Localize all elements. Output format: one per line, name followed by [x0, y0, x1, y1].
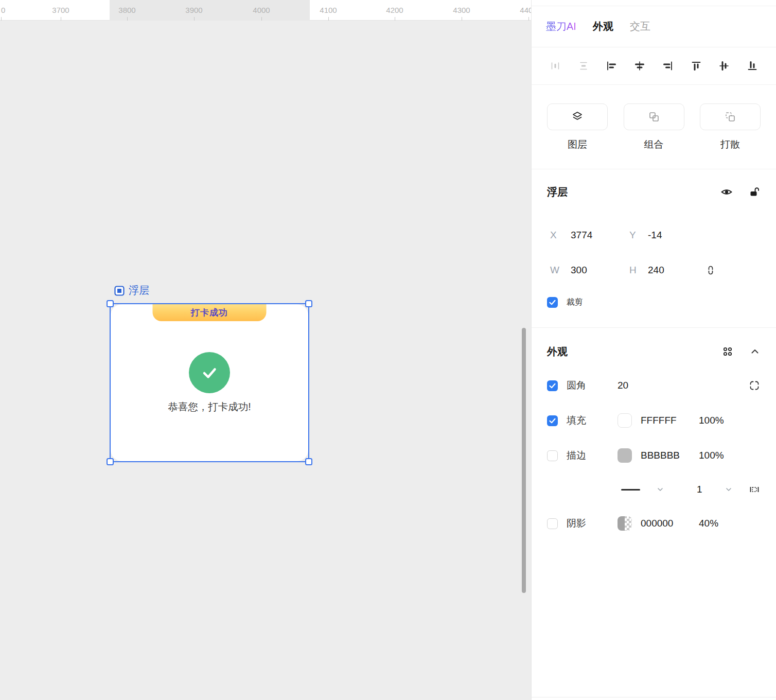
- style-grid-icon[interactable]: [721, 345, 734, 358]
- layer-title: 浮层: [547, 185, 720, 199]
- align-right-icon[interactable]: [661, 59, 675, 73]
- stroke-color-swatch[interactable]: [618, 448, 632, 463]
- fill-checkbox[interactable]: [547, 415, 558, 426]
- h-label: H: [629, 265, 648, 276]
- shadow-row: 阴影 000000 40%: [547, 506, 761, 541]
- unlock-icon[interactable]: [748, 186, 761, 198]
- h-value-field[interactable]: 240: [648, 265, 690, 276]
- fill-hex-field[interactable]: FFFFFF: [641, 415, 699, 426]
- w-label: W: [550, 265, 571, 276]
- canvas-area[interactable]: 037003800390040004100420043004400 浮层 打卡成…: [0, 0, 531, 700]
- ungroup-icon: [724, 110, 737, 124]
- radius-checkbox[interactable]: [547, 380, 558, 391]
- align-left-icon[interactable]: [605, 59, 618, 73]
- resize-handle-bottom-right[interactable]: [305, 458, 312, 465]
- align-bottom-icon[interactable]: [746, 59, 759, 73]
- fill-opacity-field[interactable]: 100%: [699, 415, 724, 426]
- shadow-label: 阴影: [567, 517, 618, 530]
- ungroup-button-label: 打散: [700, 138, 761, 151]
- layers-button[interactable]: 图层: [547, 103, 608, 151]
- stroke-hex-field[interactable]: BBBBBB: [641, 450, 699, 461]
- resize-handle-top-left[interactable]: [107, 300, 114, 307]
- selection-label[interactable]: 浮层: [114, 284, 149, 297]
- shadow-checkbox[interactable]: [547, 518, 558, 529]
- y-value-field[interactable]: -14: [648, 230, 690, 241]
- radius-row: 圆角 20: [547, 368, 761, 403]
- stroke-style-row: 1: [547, 473, 761, 506]
- x-value-field[interactable]: 3774: [571, 230, 629, 241]
- selection-box[interactable]: [110, 303, 309, 462]
- group-button[interactable]: 组合: [624, 103, 684, 151]
- clip-row: 裁剪: [547, 288, 761, 317]
- stroke-label: 描边: [567, 449, 618, 462]
- fill-color-swatch[interactable]: [618, 413, 632, 428]
- position-row: X 3774 Y -14: [547, 218, 761, 253]
- tab-appearance[interactable]: 外观: [593, 20, 613, 33]
- align-horizontal-center-icon[interactable]: [633, 59, 646, 73]
- fill-label: 填充: [567, 414, 618, 427]
- layer-section: 浮层 X 3774 Y -14 W 300 H 240: [532, 169, 776, 328]
- panel-tabbar: 墨刀AI 外观 交互: [532, 6, 776, 47]
- panel-top-strip: [532, 0, 776, 6]
- shadow-color-swatch[interactable]: [618, 516, 632, 531]
- group-button-label: 组合: [624, 138, 684, 151]
- resize-handle-bottom-left[interactable]: [107, 458, 114, 465]
- alignment-toolbar: [532, 47, 776, 85]
- right-panel: 墨刀AI 外观 交互: [531, 0, 776, 700]
- stroke-row: 描边 BBBBBB 100%: [547, 438, 761, 473]
- radius-label: 圆角: [567, 379, 618, 392]
- appearance-section: 外观 圆角 20 填充: [532, 328, 776, 541]
- stroke-width-field[interactable]: 1: [697, 484, 703, 495]
- shadow-opacity-field[interactable]: 40%: [699, 518, 718, 529]
- selection-label-text: 浮层: [129, 284, 149, 297]
- radius-value-field[interactable]: 20: [618, 380, 699, 391]
- line-style-preview[interactable]: [621, 489, 640, 491]
- shadow-hex-field[interactable]: 000000: [641, 518, 699, 529]
- size-row: W 300 H 240: [547, 253, 761, 288]
- fill-row: 填充 FFFFFF 100%: [547, 403, 761, 438]
- align-vertical-center-icon[interactable]: [717, 59, 731, 73]
- component-icon: [114, 286, 125, 296]
- tab-modao-ai[interactable]: 墨刀AI: [546, 20, 576, 33]
- ruler-selection-highlight: [110, 0, 310, 21]
- y-label: Y: [629, 230, 648, 241]
- group-buttons-section: 图层 组合 打散: [532, 85, 776, 169]
- x-label: X: [550, 230, 571, 241]
- canvas-vertical-scrollbar[interactable]: [522, 328, 526, 593]
- layers-button-label: 图层: [547, 138, 608, 151]
- stroke-width-chevron-down-icon[interactable]: [725, 485, 733, 494]
- clip-label: 裁剪: [567, 297, 618, 308]
- line-style-chevron-down-icon[interactable]: [656, 485, 664, 494]
- stroke-checkbox[interactable]: [547, 450, 558, 461]
- unlink-aspect-icon[interactable]: [704, 264, 717, 276]
- appearance-title: 外观: [547, 345, 721, 359]
- border-sides-icon[interactable]: [748, 483, 761, 496]
- distribute-horizontal-icon[interactable]: [549, 59, 562, 73]
- w-value-field[interactable]: 300: [571, 265, 629, 276]
- layers-icon: [570, 110, 585, 124]
- eye-icon[interactable]: [720, 186, 733, 198]
- clip-checkbox[interactable]: [547, 297, 558, 308]
- ungroup-button[interactable]: 打散: [700, 103, 761, 151]
- stroke-opacity-field[interactable]: 100%: [699, 450, 724, 461]
- resize-handle-top-right[interactable]: [305, 300, 312, 307]
- corner-radius-detail-icon[interactable]: [748, 379, 761, 392]
- distribute-vertical-icon[interactable]: [577, 59, 590, 73]
- horizontal-ruler: 037003800390040004100420043004400: [0, 0, 531, 21]
- align-top-icon[interactable]: [690, 59, 703, 73]
- collapse-chevron-up-icon[interactable]: [749, 346, 761, 357]
- group-icon: [647, 110, 661, 124]
- tab-interaction[interactable]: 交互: [630, 20, 650, 33]
